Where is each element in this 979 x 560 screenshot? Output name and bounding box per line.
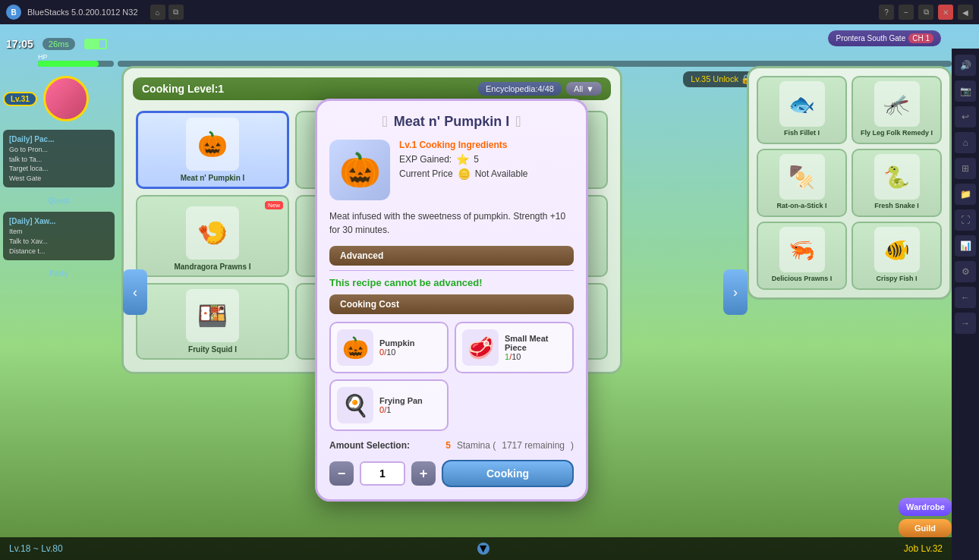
bs-settings-btn[interactable]: ⚙: [955, 261, 976, 282]
ingredient-name-0: Pumpkin: [379, 338, 441, 348]
bs-camera-btn[interactable]: 📷: [955, 80, 976, 102]
nav-arrow-left[interactable]: ‹: [123, 269, 147, 315]
bs-window-controls: ? − ⧉ ✕ ◀: [879, 5, 973, 20]
bs-home-btn[interactable]: ⌂: [150, 5, 165, 20]
bs-back-arrow-btn[interactable]: ←: [955, 287, 976, 308]
ingredient-2: 🍳 Frying Pan 0/1: [329, 379, 449, 431]
hp-bar: [38, 61, 114, 67]
bs-back-btn[interactable]: ◀: [958, 5, 973, 20]
ingredient-info-1: Small Meat Piece 1/10: [505, 334, 566, 361]
right-recipe-4[interactable]: 🦐 Delicious Prawns I: [757, 222, 847, 290]
bs-close-btn[interactable]: ✕: [938, 5, 953, 20]
bs-back-side-btn[interactable]: ↩: [955, 106, 976, 127]
ingredient-count-2: 0/1: [379, 405, 441, 414]
party-label: Party: [49, 269, 68, 278]
bs-home-side-btn[interactable]: ⌂: [955, 132, 976, 153]
ingredient-count-0: 0/10: [379, 348, 441, 357]
bs-forward-arrow-btn[interactable]: →: [955, 313, 976, 334]
hud-ping: 26ms: [42, 38, 75, 50]
right-recipe-img-1: 🦟: [874, 81, 920, 127]
right-recipe-name-3: Fresh Snake I: [874, 202, 919, 209]
stamina-remaining: 1717 remaining: [502, 440, 565, 451]
bs-minimize-btn[interactable]: −: [899, 5, 914, 20]
recipe-item-6[interactable]: 🍱 Fruity Squid I: [136, 283, 289, 360]
wardrobe-button[interactable]: Wardrobe: [899, 498, 952, 516]
cook-button[interactable]: Cooking: [442, 460, 574, 487]
right-recipe-2[interactable]: 🍢 Rat-on-a-Stick I: [757, 149, 847, 217]
hp-label: HP: [38, 53, 114, 61]
counter-row: − 1 + Cooking: [329, 460, 574, 487]
quest-label: Quest: [48, 197, 69, 205]
quest-item-1[interactable]: [Daily] Pac... Go to Pron... talk to Ta.…: [3, 130, 115, 187]
recipe-item-0[interactable]: 🎃 Meat n' Pumpkin I: [136, 111, 289, 189]
recipe-name-3: Mandragora Prawns I: [174, 263, 250, 271]
price-stat-row: Current Price 🪙 Not Available: [399, 168, 574, 180]
bs-expand-btn[interactable]: ⛶: [955, 209, 976, 231]
quest-sidebar: Lv.31 [Daily] Pac... Go to Pron... talk …: [0, 70, 118, 282]
player-level: Lv.31: [11, 95, 30, 103]
modal-title: Meat n' Pumpkin I: [394, 114, 509, 130]
right-recipe-name-5: Crispy Fish I: [876, 275, 917, 282]
channel-badge: CH 1: [908, 33, 933, 43]
new-badge-3: New: [265, 201, 283, 209]
bs-restore-btn[interactable]: ⧉: [918, 5, 933, 20]
right-recipe-0[interactable]: 🐟 Fish Fillet I: [757, 76, 847, 144]
divider-1: [329, 270, 574, 271]
quest-body-2: Item Talk to Xav... Distance t...: [9, 227, 109, 256]
exp-value: 5: [474, 154, 479, 165]
bs-volume-btn[interactable]: 🔊: [955, 55, 976, 76]
recipe-name-6: Fruity Squid I: [188, 345, 237, 354]
bs-multi-btn[interactable]: ⧉: [168, 5, 184, 20]
right-recipe-img-5: 🐠: [874, 227, 920, 272]
unlock-text: Lv.35 Unlock 🔒: [691, 74, 751, 84]
right-recipe-name-1: Fly Leg Folk Remedy I: [861, 129, 933, 137]
ingredient-icon-2: 🍳: [337, 387, 373, 423]
all-filter-btn[interactable]: All ▼: [566, 82, 602, 96]
modal-header: 𓆩 Meat n' Pumpkin I 𓆪: [329, 113, 574, 131]
right-recipe-3[interactable]: 🐍 Fresh Snake I: [852, 149, 942, 217]
right-recipe-img-2: 🍢: [779, 154, 825, 200]
price-value: Not Available: [475, 168, 528, 179]
level-ingredient-label: Lv.1 Cooking Ingredients: [399, 140, 574, 150]
left-wing-icon: 𓆩: [382, 113, 388, 131]
guild-button[interactable]: Guild: [899, 519, 952, 537]
ingredient-info-2: Frying Pan 0/1: [379, 396, 441, 414]
all-label: All: [574, 84, 583, 93]
ingredient-need-2: 1: [386, 405, 391, 414]
nav-arrow-right[interactable]: ›: [723, 269, 748, 315]
hud-time: 17:05: [6, 38, 33, 50]
ingredient-info-0: Pumpkin 0/10: [379, 338, 441, 357]
level-range: Lv.18 ~ Lv.80: [9, 543, 63, 554]
ingredient-count-1: 1/10: [505, 352, 566, 361]
quest-body-1: Go to Pron... talk to Ta... Target loca.…: [9, 145, 109, 183]
hp-bar-area: HP: [38, 53, 114, 62]
bs-recent-btn[interactable]: ⊞: [955, 158, 976, 179]
hp-fill: [38, 61, 99, 67]
increment-button[interactable]: +: [411, 461, 436, 486]
recipe-img-3: 🍤: [186, 206, 239, 260]
right-recipe-img-0: 🐟: [779, 81, 825, 127]
ingredient-need-1: 10: [512, 352, 521, 361]
item-info-row: 🎃 Lv.1 Cooking Ingredients EXP Gained: ⭐…: [329, 140, 574, 200]
bs-stats-btn[interactable]: 📊: [955, 235, 976, 256]
bs-sidebar: 🔊 📷 ↩ ⌂ ⊞ 📁 ⛶ 📊 ⚙ ← →: [952, 49, 979, 560]
recipe-item-3[interactable]: New 🍤 Mandragora Prawns I: [136, 195, 289, 277]
right-wing-icon: 𓆪: [515, 113, 521, 131]
bs-folder-btn[interactable]: 📁: [955, 184, 976, 205]
recipe-name-0: Meat n' Pumpkin I: [181, 174, 245, 182]
item-stats: Lv.1 Cooking Ingredients EXP Gained: ⭐ 5…: [399, 140, 574, 200]
hud-battery: [84, 39, 107, 49]
player-avatar: [43, 76, 89, 121]
ingredient-icon-0: 🎃: [337, 329, 373, 366]
quest-title-1: [Daily] Pac...: [9, 134, 109, 145]
right-recipe-5[interactable]: 🐠 Crispy Fish I: [852, 222, 942, 290]
bluestacks-title: BlueStacks 5.0.200.1012 N32: [27, 8, 138, 17]
ingredient-icon-1: 🥩: [462, 329, 499, 366]
quest-item-2[interactable]: [Daily] Xaw... Item Talk to Xav... Dista…: [3, 212, 115, 260]
drop-arrow-icon[interactable]: ▼: [477, 543, 490, 555]
right-recipe-1[interactable]: 🦟 Fly Leg Folk Remedy I: [852, 76, 942, 144]
bs-help-btn[interactable]: ?: [879, 5, 894, 20]
decrement-button[interactable]: −: [329, 461, 354, 486]
encyclopedia-badge: Encyclopedia:4/48: [478, 82, 562, 96]
recipe-img-0: 🎃: [186, 118, 239, 171]
